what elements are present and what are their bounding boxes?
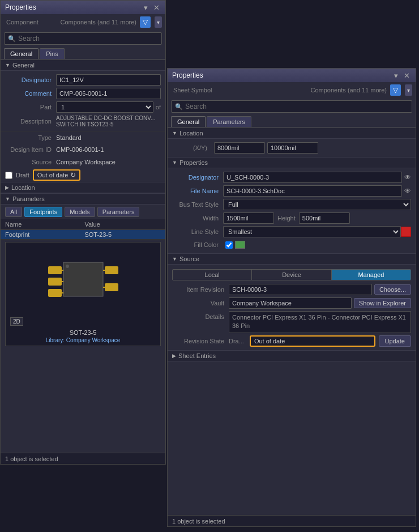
width-height-row: Width Height xyxy=(168,211,416,225)
location-section2-header[interactable]: ▼ Location xyxy=(168,127,416,139)
choose-button[interactable]: Choose... xyxy=(374,284,411,295)
y-input[interactable] xyxy=(267,142,318,154)
general-section-content: Designator Comment Part 1 of Description… xyxy=(1,71,165,131)
p2-filename-label: File Name xyxy=(172,188,223,194)
sheet-filter-button[interactable]: ▽ xyxy=(390,84,401,96)
x-input[interactable] xyxy=(214,142,265,154)
description-value: ADJUSTABLE DC-DC BOOST CONV...SWITCH IN … xyxy=(56,115,161,127)
p2-designator-label: Designator xyxy=(172,174,223,181)
properties-section2-content: Designator 👁 File Name 👁 Bus Text Style … xyxy=(168,168,416,253)
component-label: Component xyxy=(4,19,41,25)
panel2-tabs-row: General Parameters xyxy=(168,115,416,127)
line-style-select[interactable]: Smallest xyxy=(223,226,401,237)
filter-dropdown-btn[interactable]: ▾ xyxy=(155,16,162,28)
design-item-label: Design Item ID xyxy=(5,146,56,153)
panel2-header: Properties ▾ ✕ xyxy=(168,69,416,82)
fill-color-checkbox[interactable] xyxy=(225,241,233,249)
vault-input[interactable] xyxy=(229,297,352,309)
param-tab-all[interactable]: All xyxy=(5,207,22,217)
panel1-status-text: 1 object is selected xyxy=(5,456,58,462)
col-value: Value xyxy=(80,219,165,230)
p2-designator-input[interactable] xyxy=(223,172,402,183)
svg-rect-3 xyxy=(48,289,62,297)
update-button[interactable]: Update xyxy=(379,335,411,347)
show-in-explorer-button[interactable]: Show in Explorer xyxy=(354,298,411,308)
panel2-controls: ▾ ✕ xyxy=(393,72,411,79)
draft-checkbox[interactable] xyxy=(5,172,12,179)
panel1-search-input[interactable] xyxy=(18,35,158,42)
component-filter-label: Components (and 11 more) xyxy=(60,19,136,25)
out-of-date-revision-input xyxy=(250,335,375,347)
height-input[interactable] xyxy=(299,212,350,224)
general-section-header[interactable]: ▼ General xyxy=(1,59,165,71)
sheet-filter-dropdown[interactable]: ▾ xyxy=(405,84,412,96)
draft-label: Draft xyxy=(16,172,29,178)
panel2-close-btn[interactable]: ✕ xyxy=(403,72,411,79)
item-revision-input[interactable] xyxy=(229,284,372,295)
draft-row: Draft Out of date ↻ xyxy=(1,168,165,182)
source-section-content: Local Device Managed Item Revision Choos… xyxy=(168,265,416,350)
comment-input[interactable] xyxy=(56,88,161,99)
line-color-btn[interactable] xyxy=(401,227,411,237)
sheet-entries-header[interactable]: ▶ Sheet Entries xyxy=(168,350,416,361)
svg-rect-0 xyxy=(63,262,103,296)
panel1-close-btn[interactable]: ✕ xyxy=(152,4,161,11)
xy-label: (X/Y) xyxy=(172,144,212,151)
svg-rect-4 xyxy=(105,266,118,274)
panel1-tabs-row: General Pins xyxy=(1,47,165,59)
component-row: Component Components (and 11 more) ▽ ▾ xyxy=(1,14,165,30)
panel1-pin-btn[interactable]: ▾ xyxy=(143,4,149,11)
location-section-header[interactable]: ▶ Location xyxy=(1,182,165,193)
refresh-icon[interactable]: ↻ xyxy=(70,171,76,179)
panel2-tab-parameters[interactable]: Parameters xyxy=(207,116,251,127)
panel1-header: Properties ▾ ✕ xyxy=(1,1,165,14)
filename-eye-icon[interactable]: 👁 xyxy=(404,187,411,195)
panel2-search-input[interactable] xyxy=(185,103,408,110)
details-row: Details Connector PCI Express X1 36 Pin … xyxy=(168,310,416,334)
panel2-pin-btn[interactable]: ▾ xyxy=(393,72,399,79)
p2-filename-input[interactable] xyxy=(223,185,402,197)
out-of-date-text: Out of date xyxy=(37,172,68,178)
source-tab-managed[interactable]: Managed xyxy=(331,270,411,280)
panel1-title: Properties xyxy=(5,3,36,11)
designator-input[interactable] xyxy=(56,74,161,86)
panel2-search-bar: 🔍 xyxy=(171,100,412,113)
source-label: Source xyxy=(5,159,56,165)
param-tab-parameters[interactable]: Parameters xyxy=(97,207,140,217)
parameters-section-label: Parameters xyxy=(12,195,45,202)
panel1-status-bar: 1 object is selected xyxy=(1,453,165,464)
designator-eye-icon[interactable]: 👁 xyxy=(404,173,411,181)
revision-state-row: Revision State Dra... Update xyxy=(168,334,416,348)
part-select[interactable]: 1 xyxy=(56,101,153,113)
filter-button[interactable]: ▽ xyxy=(140,16,151,28)
panel2-tab-general[interactable]: General xyxy=(171,116,206,127)
location-arrow: ▶ xyxy=(5,185,9,190)
param-tab-models[interactable]: Models xyxy=(65,207,95,217)
properties-section2-header[interactable]: ▼ Properties xyxy=(168,157,416,168)
source-section-header[interactable]: ▼ Source xyxy=(168,253,416,265)
width-input[interactable] xyxy=(223,212,274,224)
right-properties-panel: Properties ▾ ✕ Sheet Symbol Components (… xyxy=(167,68,416,527)
svg-rect-5 xyxy=(105,283,118,291)
parameters-section-header[interactable]: ▼ Parameters xyxy=(1,193,165,205)
general-section-label: General xyxy=(12,62,35,69)
svg-point-11 xyxy=(66,265,69,268)
source-tab-local[interactable]: Local xyxy=(173,270,251,280)
panel2-search-icon: 🔍 xyxy=(175,103,183,110)
param-tab-footprints[interactable]: Footprints xyxy=(24,207,62,217)
bus-text-select[interactable]: Full xyxy=(223,199,411,210)
comment-label: Comment xyxy=(5,90,56,97)
tab-pins[interactable]: Pins xyxy=(40,48,64,59)
fill-color-swatch[interactable] xyxy=(235,241,245,249)
properties2-label: Properties xyxy=(179,159,208,166)
panel1-search-bar: 🔍 xyxy=(4,32,162,45)
tab-general[interactable]: General xyxy=(4,48,39,59)
table-row[interactable]: Footprint SOT-23-5 xyxy=(1,230,165,240)
row-name: Footprint xyxy=(1,230,80,240)
source-tabs: Local Device Managed xyxy=(172,269,411,280)
item-revision-label: Item Revision xyxy=(172,286,229,293)
height-label: Height xyxy=(274,215,299,222)
source-tab-device[interactable]: Device xyxy=(251,270,331,280)
panel1-controls: ▾ ✕ xyxy=(143,4,161,11)
sheet-entries-label: Sheet Entries xyxy=(178,352,216,359)
